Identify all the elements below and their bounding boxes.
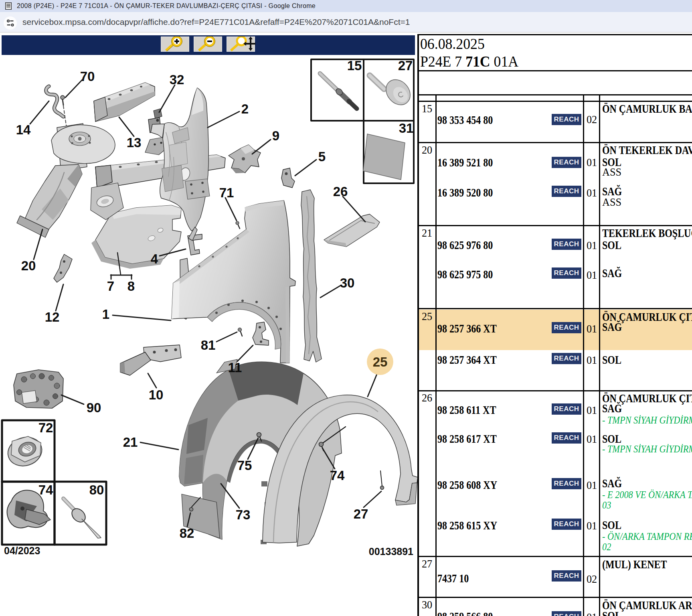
svg-text:9: 9 — [272, 128, 279, 143]
svg-text:8: 8 — [127, 279, 135, 294]
svg-text:12: 12 — [45, 310, 60, 324]
svg-text:31: 31 — [399, 121, 414, 136]
svg-text:90: 90 — [87, 400, 101, 415]
svg-text:73: 73 — [236, 507, 251, 522]
svg-text:72: 72 — [38, 420, 53, 435]
svg-text:26: 26 — [333, 184, 348, 199]
svg-text:1: 1 — [102, 307, 109, 322]
svg-text:21: 21 — [123, 435, 138, 450]
svg-text:30: 30 — [340, 276, 355, 290]
svg-text:32: 32 — [170, 72, 184, 87]
svg-text:70: 70 — [80, 69, 95, 84]
svg-text:04/2023: 04/2023 — [4, 545, 40, 556]
svg-text:2: 2 — [241, 101, 249, 116]
svg-text:80: 80 — [89, 482, 104, 497]
svg-text:7: 7 — [107, 279, 114, 294]
svg-text:25: 25 — [373, 355, 388, 369]
svg-text:10: 10 — [149, 387, 164, 402]
svg-text:14: 14 — [16, 122, 31, 137]
svg-text:13: 13 — [127, 135, 142, 150]
svg-text:74: 74 — [38, 482, 53, 497]
svg-text:20: 20 — [21, 258, 36, 273]
svg-text:82: 82 — [180, 526, 194, 541]
svg-text:5: 5 — [318, 149, 326, 164]
svg-text:71: 71 — [219, 185, 234, 200]
svg-text:4: 4 — [151, 251, 158, 266]
svg-text:81: 81 — [201, 338, 216, 353]
svg-text:15: 15 — [347, 58, 362, 73]
svg-text:27: 27 — [398, 58, 413, 73]
svg-text:11: 11 — [228, 360, 242, 375]
svg-text:74: 74 — [330, 468, 345, 483]
svg-text:27: 27 — [354, 507, 368, 521]
svg-text:00133891: 00133891 — [369, 546, 413, 557]
svg-text:75: 75 — [237, 458, 252, 473]
